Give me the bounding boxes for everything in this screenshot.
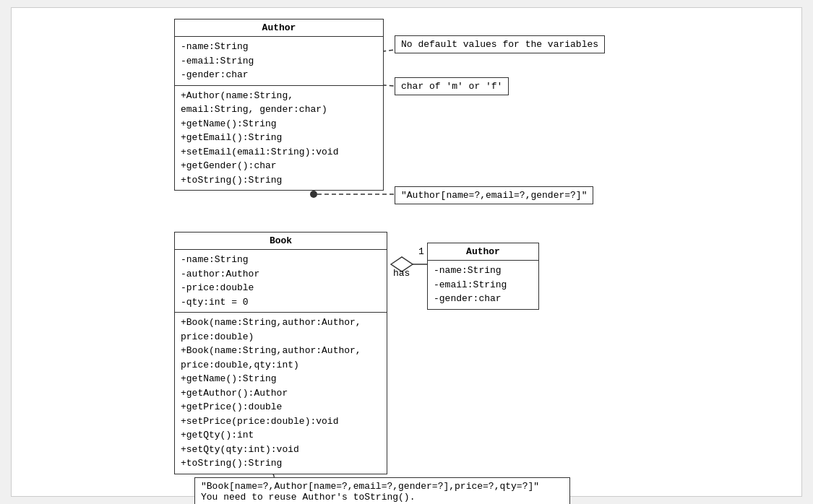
- author-methods: +Author(name:String, email:String, gende…: [175, 86, 383, 191]
- book-attr-3: -qty:int = 0: [181, 295, 381, 310]
- author-ref-attr-0: -name:String: [434, 264, 533, 278]
- attr-gender: -gender:char: [181, 68, 377, 82]
- book-method-6: +getPrice():double: [181, 400, 381, 414]
- book-method-9: +setQty(qty:int):void: [181, 443, 381, 457]
- author-ref-title: Author: [428, 243, 538, 261]
- author-ref-attributes: -name:String -email:String -gender:char: [428, 261, 538, 309]
- book-attr-0: -name:String: [181, 253, 381, 267]
- method-5: +getGender():char: [181, 159, 377, 173]
- book-method-2: +Book(name:String,author:Author,: [181, 344, 381, 358]
- note-tostring-author-text: "Author[name=?,email=?,gender=?]": [401, 190, 587, 201]
- book-method-1: price:double): [181, 330, 381, 344]
- book-method-0: +Book(name:String,author:Author,: [181, 316, 381, 330]
- note-no-default: No default values for the variables: [395, 35, 605, 53]
- attr-email: -email:String: [181, 54, 377, 69]
- book-method-3: price:double,qty:int): [181, 358, 381, 373]
- multiplicity-label: 1: [418, 246, 424, 257]
- book-methods: +Book(name:String,author:Author, price:d…: [175, 313, 387, 474]
- relationship-label: has: [393, 268, 410, 279]
- author-class-title: Author: [175, 19, 383, 37]
- note-char-of: char of 'm' or 'f': [395, 77, 509, 95]
- note-no-default-text: No default values for the variables: [401, 39, 598, 50]
- note-char-of-text: char of 'm' or 'f': [401, 81, 502, 92]
- book-method-4: +getName():String: [181, 372, 381, 386]
- method-1: email:String, gender:char): [181, 103, 377, 117]
- author-class-box: Author -name:String -email:String -gende…: [174, 19, 384, 191]
- method-6: +toString():String: [181, 173, 377, 188]
- book-class-box: Book -name:String -author:Author -price:…: [174, 232, 387, 474]
- author-ref-attr-2: -gender:char: [434, 292, 533, 306]
- method-2: +getName():String: [181, 117, 377, 131]
- book-attr-1: -author:Author: [181, 267, 381, 282]
- uml-canvas: Author -name:String -email:String -gende…: [11, 7, 802, 497]
- author-ref-box: Author -name:String -email:String -gende…: [427, 243, 539, 310]
- method-3: +getEmail():String: [181, 131, 377, 145]
- book-attr-2: -price:double: [181, 281, 381, 295]
- book-method-8: +getQty():int: [181, 428, 381, 443]
- book-method-5: +getAuthor():Author: [181, 386, 381, 401]
- svg-point-4: [310, 191, 317, 198]
- note-reuse-text: You need to reuse Author's toString().: [201, 492, 564, 503]
- method-0: +Author(name:String,: [181, 89, 377, 103]
- author-attributes: -name:String -email:String -gender:char: [175, 37, 383, 86]
- method-4: +setEmail(email:String):void: [181, 145, 377, 160]
- book-method-7: +setPrice(price:double):void: [181, 414, 381, 429]
- book-method-10: +toString():String: [181, 456, 381, 471]
- attr-name: -name:String: [181, 40, 377, 54]
- book-class-title: Book: [175, 233, 387, 250]
- note-tostring-author: "Author[name=?,email=?,gender=?]": [395, 186, 593, 204]
- author-ref-attr-1: -email:String: [434, 278, 533, 292]
- note-tostring-book-text: "Book[name=?,Author[name=?,email=?,gende…: [201, 481, 564, 492]
- note-tostring-book: "Book[name=?,Author[name=?,email=?,gende…: [194, 477, 570, 504]
- book-attributes: -name:String -author:Author -price:doubl…: [175, 250, 387, 313]
